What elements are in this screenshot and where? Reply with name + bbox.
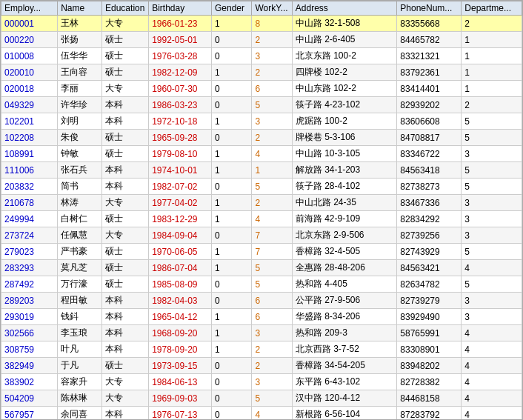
cell-name: 王林 [58,16,102,32]
table-row[interactable]: 102208朱俊硕士1965-09-2802牌楼巷 5-3-1068470881… [1,130,522,146]
cell-gender: 1 [212,244,252,260]
col-header-address[interactable]: Address [292,1,396,16]
cell-department: 4 [462,358,522,374]
table-row[interactable]: 289203程田敏本科1982-04-0306公平路 27-9-50682739… [1,293,522,309]
cell-emp_id: 000220 [1,32,58,48]
cell-gender: 1 [212,341,252,358]
table-row[interactable]: 567957余同喜本科1976-07-1304新根路 6-56-10487283… [1,407,522,421]
table-row[interactable]: 504209陈林琳大专1969-09-0305汉中路 120-4-1284468… [1,390,522,407]
col-header-emp_id[interactable]: Employ... [1,1,58,16]
col-header-phone[interactable]: PhoneNum... [397,1,462,16]
cell-address: 东平路 6-43-102 [292,374,396,390]
cell-name: 许华珍 [58,97,102,113]
cell-emp_id: 283293 [1,260,58,276]
cell-phone: 83321321 [397,48,462,64]
cell-name: 程田敏 [58,293,102,309]
cell-address: 中山东路 102-2 [292,81,396,97]
table-row[interactable]: 283293莫凡芝硕士1986-07-0415全惠路 28-48-2068456… [1,260,522,276]
table-row[interactable]: 000001王林大专1966-01-2318中山路 32-1-508833556… [1,16,522,32]
cell-phone: 82834292 [397,211,462,227]
table-row[interactable]: 383902容家升大专1984-06-1303东平路 6-43-10282728… [1,374,522,390]
table-row[interactable]: 382949于凡硕士1973-09-1502香樟路 34-54-20583948… [1,358,522,374]
cell-address: 华盛路 8-34-206 [292,309,396,325]
cell-name: 刘明 [58,113,102,130]
cell-name: 朱俊 [58,130,102,146]
table-row[interactable]: 293019钱鈄本科1965-04-1216华盛路 8-34-206839294… [1,309,522,325]
cell-phone: 83948202 [397,358,462,374]
cell-birthday: 1979-08-10 [149,146,212,162]
cell-gender: 1 [212,325,252,341]
cell-department: 3 [462,195,522,211]
cell-work_years: 7 [252,227,292,244]
cell-phone: 84563418 [397,162,462,179]
cell-work_years: 2 [252,32,292,48]
cell-emp_id: 102201 [1,113,58,130]
cell-address: 虎踞路 100-2 [292,113,396,130]
cell-address: 中山路 2-6-405 [292,32,396,48]
cell-work_years: 3 [252,325,292,341]
cell-emp_id: 279023 [1,244,58,260]
table-row[interactable]: 249994白树仁硕士1983-12-2914前海路 42-9-10982834… [1,211,522,227]
cell-emp_id: 049329 [1,97,58,113]
table-row[interactable]: 203832简书本科1982-07-0205筷子路 28-4-102827382… [1,179,522,195]
table-row[interactable]: 308759叶凡本科1978-09-2012北京西路 3-7-528330890… [1,341,522,358]
col-header-gender[interactable]: Gender [212,1,252,16]
table-row[interactable]: 010008伍华华硕士1976-03-2803北京东路 100-28332132… [1,48,522,64]
data-table-container[interactable]: Employ...NameEducationBirthdayGenderWork… [0,0,523,420]
cell-education: 大专 [102,227,149,244]
cell-work_years: 2 [252,195,292,211]
cell-name: 王向容 [58,64,102,81]
cell-name: 叶凡 [58,341,102,358]
table-row[interactable]: 000220张扬硕士1992-05-0102中山路 2-6-4058446578… [1,32,522,48]
cell-phone: 83792361 [397,64,462,81]
table-row[interactable]: 020010王向容硕士1982-12-0912四牌楼 102-283792361… [1,64,522,81]
cell-emp_id: 203832 [1,179,58,195]
cell-education: 本科 [102,162,149,179]
cell-name: 于凡 [58,358,102,374]
cell-birthday: 1974-10-01 [149,162,212,179]
cell-birthday: 1965-04-12 [149,309,212,325]
cell-department: 4 [462,407,522,421]
cell-phone: 84468158 [397,390,462,407]
table-row[interactable]: 273724任佩慧大专1984-09-0407北京东路 2-9-50682739… [1,227,522,244]
cell-birthday: 1968-09-20 [149,325,212,341]
cell-department: 5 [462,276,522,293]
col-header-birthday[interactable]: Birthday [149,1,212,16]
table-row[interactable]: 102201刘明本科1972-10-1813虎踞路 100-2836066085 [1,113,522,130]
table-row[interactable]: 210678林涛大专1977-04-0212中山北路 24-3583467336… [1,195,522,211]
cell-birthday: 1982-07-02 [149,179,212,195]
table-row[interactable]: 302566李玉琅本科1968-09-2013热和路 209-358765991… [1,325,522,341]
col-header-name[interactable]: Name [58,1,102,16]
table-row[interactable]: 108991钟敏硕士1979-08-1014中山路 10-3-105833467… [1,146,522,162]
cell-gender: 1 [212,309,252,325]
cell-birthday: 1984-09-04 [149,227,212,244]
table-row[interactable]: 049329许华珍本科1986-03-2305筷子路 4-23-10282939… [1,97,522,113]
cell-birthday: 1986-03-23 [149,97,212,113]
cell-department: 4 [462,325,522,341]
col-header-education[interactable]: Education [102,1,149,16]
table-row[interactable]: 279023严书豪硕士1970-06-0517香樟路 32-4-50582743… [1,244,522,260]
cell-name: 余同喜 [58,407,102,421]
cell-department: 4 [462,341,522,358]
col-header-work_years[interactable]: WorkY... [252,1,292,16]
cell-birthday: 1976-03-28 [149,48,212,64]
cell-address: 筷子路 4-23-102 [292,97,396,113]
cell-birthday: 1986-07-04 [149,260,212,276]
cell-education: 硕士 [102,146,149,162]
cell-phone: 83467336 [397,195,462,211]
cell-education: 本科 [102,179,149,195]
cell-education: 大专 [102,390,149,407]
cell-gender: 0 [212,32,252,48]
cell-department: 1 [462,64,522,81]
cell-department: 4 [462,260,522,276]
cell-gender: 0 [212,97,252,113]
table-row[interactable]: 020018李丽大专1960-07-3006中山东路 102-283414401… [1,81,522,97]
table-row[interactable]: 111006张石兵本科1974-10-0111解放路 34-1-20384563… [1,162,522,179]
cell-department: 5 [462,113,522,130]
col-header-department[interactable]: Departme... [462,1,522,16]
cell-education: 硕士 [102,260,149,276]
cell-department: 1 [462,32,522,48]
cell-birthday: 1978-09-20 [149,341,212,358]
table-row[interactable]: 287492万行濠硕士1985-08-0905热和路 4-40582634782… [1,276,522,293]
cell-name: 张扬 [58,32,102,48]
